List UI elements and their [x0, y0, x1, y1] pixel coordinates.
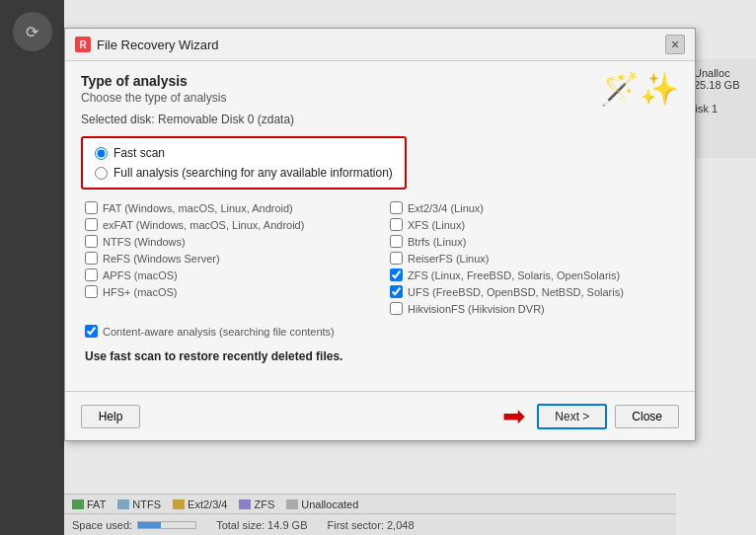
fs-ufs-label: UFS (FreeBSD, OpenBSD, NetBSD, Solaris) — [408, 286, 624, 298]
next-button[interactable]: Next > — [537, 404, 607, 429]
wizard-icon: 🪄✨ — [600, 73, 679, 105]
space-bar — [137, 521, 196, 529]
radio-full-analysis[interactable]: Full analysis (searching for any availab… — [95, 166, 393, 180]
fs-fat-label: FAT (Windows, macOS, Linux, Android) — [103, 202, 293, 214]
fs-ext-checkbox[interactable] — [390, 201, 403, 214]
status-space-used: Space used: — [72, 519, 196, 531]
file-recovery-dialog: R File Recovery Wizard × Type of analysi… — [64, 28, 696, 441]
seg-zfs: ZFS — [239, 498, 274, 510]
fs-apfs[interactable]: APFS (macOS) — [85, 268, 370, 281]
fs-xfs-checkbox[interactable] — [390, 218, 403, 231]
fs-zfs-label: ZFS (Linux, FreeBSD, Solaris, OpenSolari… — [408, 269, 620, 281]
fs-ntfs[interactable]: NTFS (Windows) — [85, 235, 370, 248]
sidebar-app-icon: ⟳ — [13, 12, 52, 51]
fs-hikvision-label: HikvisionFS (Hikvision DVR) — [408, 303, 545, 315]
dialog-titlebar: R File Recovery Wizard × — [65, 29, 695, 61]
fs-btrfs-label: Btrfs (Linux) — [408, 236, 466, 248]
close-button[interactable]: Close — [615, 405, 679, 428]
right-panel-size: 25.18 GB — [694, 79, 748, 91]
fs-refs[interactable]: ReFS (Windows Server) — [85, 252, 370, 265]
space-used-label: Space used: — [72, 519, 132, 531]
radio-fast-scan-input[interactable] — [95, 147, 108, 160]
fs-reiserfs-checkbox[interactable] — [390, 252, 403, 265]
fs-refs-checkbox[interactable] — [85, 252, 98, 265]
fs-ufs[interactable]: UFS (FreeBSD, OpenBSD, NetBSD, Solaris) — [390, 285, 675, 298]
fs-zfs[interactable]: ZFS (Linux, FreeBSD, Solaris, OpenSolari… — [390, 268, 675, 281]
seg-fat-label: FAT — [87, 498, 106, 510]
radio-fast-scan-label: Fast scan — [113, 146, 165, 160]
disk-segments-bar: FAT NTFS Ext2/3/4 ZFS Unallocated — [64, 494, 676, 513]
arrow-indicator: ➡ — [502, 400, 525, 432]
seg-fat: FAT — [72, 498, 106, 510]
content-aware-option[interactable]: Content-aware analysis (searching file c… — [81, 325, 679, 338]
fs-ext-label: Ext2/3/4 (Linux) — [408, 202, 484, 214]
dialog-app-icon: R — [75, 37, 91, 52]
fast-scan-note: Use fast scan to restore recently delete… — [81, 349, 679, 363]
fs-right-col: Ext2/3/4 (Linux) XFS (Linux) Btrfs (Linu… — [390, 201, 675, 315]
radio-full-analysis-input[interactable] — [95, 167, 108, 180]
seg-ext: Ext2/3/4 — [173, 498, 227, 510]
fs-ntfs-checkbox[interactable] — [85, 235, 98, 248]
fs-fat[interactable]: FAT (Windows, macOS, Linux, Android) — [85, 201, 370, 214]
help-button[interactable]: Help — [81, 405, 140, 428]
fs-exfat[interactable]: exFAT (Windows, macOS, Linux, Android) — [85, 218, 370, 231]
filesystem-grid: FAT (Windows, macOS, Linux, Android) exF… — [81, 201, 679, 315]
fs-ext[interactable]: Ext2/3/4 (Linux) — [390, 201, 675, 214]
fs-btrfs[interactable]: Btrfs (Linux) — [390, 235, 675, 248]
footer-left: Help — [81, 405, 140, 428]
status-total-size: Total size: 14.9 GB — [216, 519, 307, 531]
fs-reiserfs-label: ReiserFS (Linux) — [408, 253, 490, 265]
fs-exfat-label: exFAT (Windows, macOS, Linux, Android) — [103, 219, 304, 231]
app-sidebar: ⟳ — [0, 0, 64, 535]
fs-ufs-checkbox[interactable] — [390, 285, 403, 298]
radio-fast-scan[interactable]: Fast scan — [95, 146, 393, 160]
fs-hfsplus-checkbox[interactable] — [85, 285, 98, 298]
fs-apfs-label: APFS (macOS) — [103, 269, 178, 281]
dialog-footer: Help ➡ Next > Close — [65, 391, 695, 440]
seg-ntfs: NTFS — [117, 498, 161, 510]
fs-hfsplus-label: HFS+ (macOS) — [103, 286, 177, 298]
fs-hfsplus[interactable]: HFS+ (macOS) — [85, 285, 370, 298]
seg-ntfs-label: NTFS — [132, 498, 161, 510]
dialog-header: Type of analysis Choose the type of anal… — [65, 61, 695, 113]
fs-hikvision[interactable]: HikvisionFS (Hikvision DVR) — [390, 302, 675, 315]
dialog-header-text: Type of analysis Choose the type of anal… — [81, 73, 226, 105]
selected-disk-label: Selected disk: Removable Disk 0 (zdata) — [81, 113, 679, 126]
dialog-heading: Type of analysis — [81, 73, 226, 89]
fs-fat-checkbox[interactable] — [85, 201, 98, 214]
fs-exfat-checkbox[interactable] — [85, 218, 98, 231]
dialog-subheading: Choose the type of analysis — [81, 91, 226, 105]
first-sector-label: First sector: 2,048 — [327, 519, 414, 531]
fs-btrfs-checkbox[interactable] — [390, 235, 403, 248]
fs-reiserfs[interactable]: ReiserFS (Linux) — [390, 252, 675, 265]
footer-right: ➡ Next > Close — [502, 400, 679, 432]
status-first-sector: First sector: 2,048 — [327, 519, 414, 531]
analysis-type-radio-group: Fast scan Full analysis (searching for a… — [81, 136, 407, 190]
fs-xfs[interactable]: XFS (Linux) — [390, 218, 675, 231]
dialog-title-text: File Recovery Wizard — [97, 38, 219, 52]
content-aware-label: Content-aware analysis (searching file c… — [103, 326, 335, 338]
fs-xfs-label: XFS (Linux) — [408, 219, 465, 231]
dialog-close-button[interactable]: × — [665, 35, 685, 54]
dialog-body: Selected disk: Removable Disk 0 (zdata) … — [65, 113, 695, 391]
seg-zfs-label: ZFS — [254, 498, 274, 510]
content-aware-checkbox[interactable] — [85, 325, 98, 338]
fs-apfs-checkbox[interactable] — [85, 268, 98, 281]
seg-ext-label: Ext2/3/4 — [188, 498, 227, 510]
seg-unalloc: Unallocated — [286, 498, 358, 510]
radio-full-analysis-label: Full analysis (searching for any availab… — [113, 166, 393, 180]
seg-unalloc-label: Unallocated — [301, 498, 358, 510]
status-bar: Space used: Total size: 14.9 GB First se… — [64, 513, 676, 535]
fs-left-col: FAT (Windows, macOS, Linux, Android) exF… — [85, 201, 370, 315]
dialog-title-left: R File Recovery Wizard — [75, 37, 219, 52]
fs-refs-label: ReFS (Windows Server) — [103, 253, 220, 265]
right-panel-unalloc: Unalloc — [694, 67, 730, 79]
fs-hikvision-checkbox[interactable] — [390, 302, 403, 315]
fs-zfs-checkbox[interactable] — [390, 268, 403, 281]
total-size-label: Total size: 14.9 GB — [216, 519, 307, 531]
fs-ntfs-label: NTFS (Windows) — [103, 236, 186, 248]
